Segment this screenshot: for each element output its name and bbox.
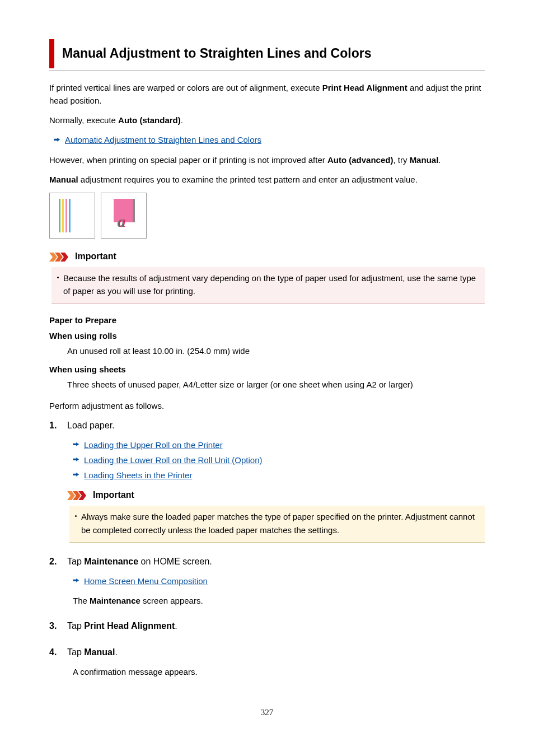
link-text: Home Screen Menu Composition: [84, 575, 208, 587]
rolls-def: An unused roll at least 10.00 in. (254.0…: [67, 344, 485, 357]
link-text: Loading the Lower Roll on the Roll Unit …: [84, 454, 263, 466]
link-auto-adjustment[interactable]: Automatic Adjustment to Straighten Lines…: [54, 133, 485, 146]
step-3: Tap Print Head Alignment.: [49, 619, 485, 633]
page-number: 327: [49, 706, 485, 719]
rolls-term: When using rolls: [49, 329, 485, 342]
step-4-body: A confirmation message appears.: [73, 665, 485, 678]
important-item: Because the results of adjustment vary d…: [57, 272, 479, 298]
step-1-head: Load paper.: [67, 419, 485, 433]
intro-paragraph-4: Manual adjustment requires you to examin…: [49, 173, 485, 186]
step-1: Load paper. Loading the Upper Roll on th…: [49, 419, 485, 543]
arrow-icon: [54, 138, 62, 143]
link-text: Loading Sheets in the Printer: [84, 469, 192, 482]
paper-to-prepare-heading: Paper to Prepare: [49, 314, 485, 326]
important-callout: Important Because the results of adjustm…: [49, 250, 485, 304]
step-2-head: Tap Maintenance on HOME screen.: [67, 555, 485, 569]
step-2: Tap Maintenance on HOME screen. Home Scr…: [49, 555, 485, 607]
arrow-icon: [73, 458, 81, 463]
link-load-upper-roll[interactable]: Loading the Upper Roll on the Printer: [73, 438, 485, 451]
chevrons-icon: [67, 491, 90, 500]
step-3-head: Tap Print Head Alignment.: [67, 619, 485, 633]
intro-paragraph-3: However, when printing on special paper …: [49, 153, 485, 166]
step-4: Tap Manual. A confirmation message appea…: [49, 646, 485, 678]
sheets-term: When using sheets: [49, 363, 485, 376]
important-item: Always make sure the loaded paper matche…: [75, 510, 479, 536]
step-4-head: Tap Manual.: [67, 646, 485, 660]
arrow-icon: [73, 473, 81, 478]
link-home-screen-composition[interactable]: Home Screen Menu Composition: [73, 575, 485, 587]
step-1-important-callout: Important Always make sure the loaded pa…: [67, 488, 485, 542]
title-rule: [49, 71, 485, 71]
illustration-misregistration: a: [101, 193, 147, 239]
link-load-lower-roll[interactable]: Loading the Lower Roll on the Roll Unit …: [73, 454, 485, 466]
link-text: Automatic Adjustment to Straighten Lines…: [65, 133, 261, 146]
intro-paragraph-2: Normally, execute Auto (standard).: [49, 114, 485, 127]
arrow-icon: [73, 442, 81, 448]
important-label: Important: [93, 488, 134, 502]
illustration-row: a: [49, 193, 485, 239]
page-title: Manual Adjustment to Straighten Lines an…: [49, 39, 485, 68]
link-load-sheets[interactable]: Loading Sheets in the Printer: [73, 469, 485, 482]
perform-text: Perform adjustment as follows.: [49, 399, 485, 412]
intro-paragraph-1: If printed vertical lines are warped or …: [49, 81, 485, 108]
sheets-def: Three sheets of unused paper, A4/Letter …: [67, 378, 485, 391]
important-label: Important: [75, 250, 116, 264]
arrow-icon: [73, 578, 81, 584]
illustration-stripes: [49, 193, 95, 239]
link-text: Loading the Upper Roll on the Printer: [84, 438, 223, 451]
chevrons-icon: [49, 253, 72, 262]
step-2-body: The Maintenance screen appears.: [73, 594, 485, 607]
